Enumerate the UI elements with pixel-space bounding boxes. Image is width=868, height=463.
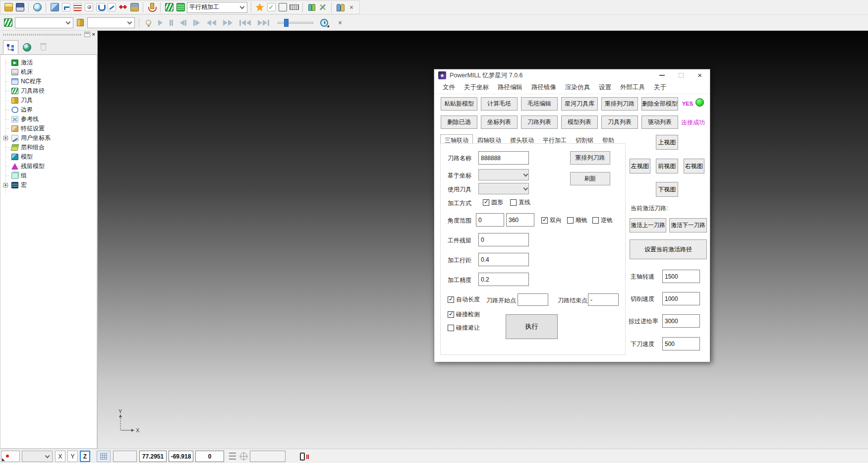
coord-z-field[interactable]: 0 <box>195 451 224 462</box>
stock-allowance-input[interactable] <box>478 233 529 246</box>
calculator-icon[interactable] <box>278 2 288 12</box>
reorder-toolpaths-button[interactable]: 重排列刀路 <box>601 97 638 111</box>
grid-button[interactable] <box>97 451 111 462</box>
maximize-icon[interactable] <box>679 73 684 78</box>
stock-edit-button[interactable]: 毛坯编辑 <box>521 97 558 111</box>
toolpath-tool-icon[interactable] <box>84 2 94 12</box>
toolpath-green-icon[interactable] <box>164 2 174 12</box>
marker-button[interactable] <box>1 451 20 462</box>
stepover-input[interactable] <box>478 253 529 266</box>
feature-set-icon[interactable] <box>118 2 128 12</box>
menu-about[interactable]: 关于 <box>649 83 671 92</box>
dialog-titlebar[interactable]: ★ PowerMILL 忆梦星河 7.0.6 × <box>434 69 710 81</box>
tree-item-nc-programs[interactable]: NC程序 <box>0 77 97 86</box>
workplane-tool-icon[interactable] <box>129 2 139 12</box>
item-dropdown[interactable] <box>22 451 53 462</box>
conventional-checkbox[interactable]: 逆铣 <box>592 216 613 225</box>
coord-select[interactable] <box>478 169 529 180</box>
ruler-icon[interactable] <box>289 2 299 12</box>
tool-arc-icon[interactable] <box>147 2 157 12</box>
delete-selected-button[interactable]: 删除已选 <box>441 116 477 129</box>
mode-circle-checkbox[interactable]: 圆形 <box>483 198 503 207</box>
skim-feed-input[interactable] <box>662 314 700 328</box>
toolpath-connect-icon[interactable] <box>61 2 71 12</box>
axis-y-button[interactable]: Y <box>67 451 78 462</box>
sim-toolbar-close-icon[interactable]: × <box>335 18 345 28</box>
panel-close-icon[interactable]: × <box>92 32 95 37</box>
angle-from-input[interactable] <box>476 213 504 227</box>
tree-item-models[interactable]: 模型 <box>0 152 97 162</box>
view-top-button[interactable]: 上视图 <box>656 135 678 150</box>
tree-item-activate[interactable]: ▶激活 <box>0 58 97 67</box>
block-model-icon[interactable] <box>50 2 59 12</box>
expander-icon[interactable] <box>3 183 8 187</box>
axis-x-button[interactable]: X <box>55 451 65 462</box>
menu-path-mirror[interactable]: 路径镜像 <box>527 83 561 92</box>
end-point-input[interactable] <box>588 293 619 306</box>
axis-z-button[interactable]: Z <box>80 451 90 462</box>
step-forward-icon[interactable] <box>191 17 202 29</box>
play-icon[interactable] <box>156 17 165 29</box>
cross-tools-icon[interactable] <box>318 2 328 12</box>
tree-item-workplanes[interactable]: 用户坐标系 <box>0 133 97 143</box>
tool-select[interactable] <box>478 183 529 194</box>
view-front-button[interactable]: 前视图 <box>656 159 678 174</box>
lightbulb-icon[interactable] <box>143 17 154 29</box>
expander-icon[interactable] <box>3 136 8 140</box>
slider-handle[interactable] <box>284 19 289 27</box>
pause-icon[interactable] <box>167 17 175 29</box>
tree-item-tools[interactable]: 刀具 <box>0 96 97 105</box>
save-icon[interactable] <box>15 2 25 12</box>
cylinder-pair-icon[interactable] <box>335 2 345 12</box>
tolerance-input[interactable] <box>478 273 529 286</box>
go-end-icon[interactable] <box>255 17 272 29</box>
coord-x-field[interactable]: 77.2951 <box>139 451 167 462</box>
tree-item-toolpaths[interactable]: 刀具路径 <box>0 86 97 96</box>
clipboard-icon[interactable] <box>297 451 307 462</box>
menu-settings[interactable]: 设置 <box>594 83 616 92</box>
open-icon[interactable] <box>3 2 13 12</box>
coord-y-field[interactable]: -69.918 <box>169 451 193 462</box>
tree-item-machine[interactable]: 机床 <box>0 67 97 77</box>
view-left-button[interactable]: 左视图 <box>630 159 650 174</box>
strategy-list-icon[interactable] <box>175 2 185 12</box>
step-back-icon[interactable] <box>177 17 189 29</box>
panel-restore-icon[interactable] <box>84 32 90 37</box>
collision-avoid-checkbox[interactable]: 碰撞避让 <box>448 324 480 332</box>
fast-forward-icon[interactable] <box>221 17 235 29</box>
mirror-tools-icon[interactable] <box>306 2 316 12</box>
rewind-icon[interactable] <box>204 17 219 29</box>
tree-item-feature-sets[interactable]: 特征设置 <box>0 124 97 133</box>
viewport-canvas[interactable]: Y X Z ★ PowerMILL 忆梦星河 7.0.6 × <box>98 31 868 449</box>
strategy-combobox[interactable]: 平行精加工 <box>187 2 247 13</box>
menu-file[interactable]: 文件 <box>438 83 460 92</box>
toolpath-green-icon[interactable] <box>3 18 13 28</box>
angle-to-input[interactable] <box>506 213 534 227</box>
set-active-path-button[interactable]: 设置当前激活路径 <box>630 239 707 259</box>
locate-icon[interactable] <box>239 451 248 462</box>
tab-explorer-tree[interactable] <box>3 40 18 54</box>
tree-item-macros[interactable]: 宏 <box>0 180 97 190</box>
mode-line-checkbox[interactable]: 直线 <box>510 198 530 207</box>
toolbar-close-icon[interactable]: × <box>347 2 356 12</box>
tree-item-stock-models[interactable]: 残留模型 <box>0 162 97 171</box>
toolbox-star-icon[interactable] <box>255 2 265 12</box>
activate-prev-toolpath-button[interactable]: 激活上一刀路 <box>630 218 666 232</box>
model-list-button[interactable]: 模型列表 <box>561 116 598 129</box>
xyz-list-icon[interactable] <box>228 451 237 462</box>
tree-item-levels-sets[interactable]: 层和组合 <box>0 143 97 152</box>
tool-library-button[interactable]: 星河刀具库 <box>561 97 598 111</box>
close-icon[interactable]: × <box>697 72 702 79</box>
nc-program-icon[interactable] <box>72 2 82 12</box>
view-bottom-button[interactable]: 下视图 <box>656 182 678 197</box>
toolpath-name-input[interactable] <box>478 151 529 165</box>
drive-list-button[interactable]: 驱动列表 <box>641 116 678 129</box>
menu-path-edit[interactable]: 路径编辑 <box>493 83 527 92</box>
compute-stock-button[interactable]: 计算毛坯 <box>481 97 518 111</box>
tab-web[interactable] <box>19 40 35 54</box>
refresh-button[interactable]: 刷新 <box>570 172 610 185</box>
menu-external-tools[interactable]: 外部工具 <box>616 83 649 92</box>
climb-checkbox[interactable]: 顺铣 <box>567 216 587 225</box>
collision-check-checkbox[interactable]: 碰撞检测 <box>448 310 480 319</box>
pattern-pencil-icon[interactable] <box>107 2 116 12</box>
